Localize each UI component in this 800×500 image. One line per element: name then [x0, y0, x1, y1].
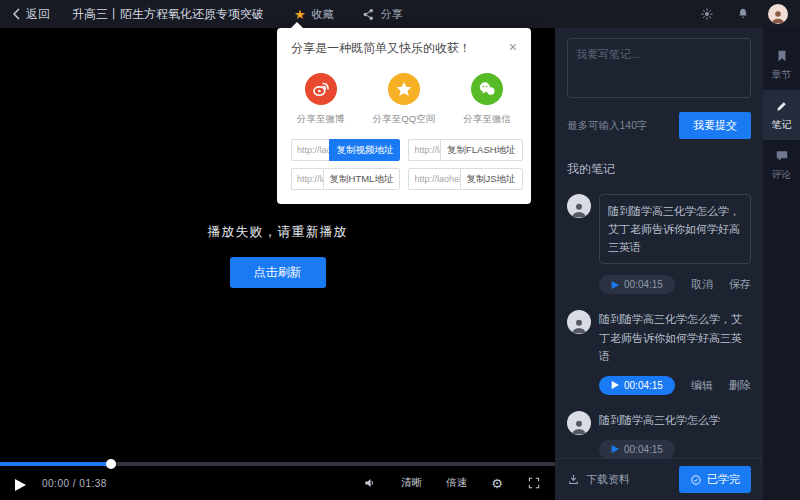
time-display: 00:00 / 01:38 [42, 478, 107, 489]
favorite-button[interactable]: ★ 收藏 [294, 7, 334, 22]
note-timestamp-button[interactable]: 00:04:15 [599, 440, 675, 459]
completed-label: 已学完 [707, 472, 740, 487]
limit-row: 最多可输入140字 我要提交 [567, 112, 751, 139]
flash-link-cell: http://laohei.yu 复制FLASH地址 [408, 139, 522, 161]
play-icon [611, 281, 619, 289]
tab-notes-label: 笔记 [772, 118, 792, 132]
share-label: 分享 [381, 7, 403, 22]
sun-icon [700, 7, 714, 21]
back-label: 返回 [26, 6, 50, 23]
flash-url-field[interactable]: http://laohei.yu [408, 139, 440, 161]
my-notes-title: 我的笔记 [567, 161, 751, 178]
cancel-button[interactable]: 取消 [691, 277, 713, 292]
tab-notes[interactable]: 笔记 [763, 90, 800, 140]
panel-bottom-bar: 下载资料 已学完 [555, 458, 763, 500]
playback-error-box: 播放失败，请重新播放 点击刷新 [0, 223, 555, 288]
gear-icon: ⚙ [491, 477, 503, 490]
side-toolbar: 章节 笔记 评论 [763, 28, 800, 500]
share-to-wechat-button[interactable]: 分享至微信 [464, 73, 512, 126]
js-link-cell: http://laohei.yu 复制JS地址 [408, 168, 522, 190]
completed-button[interactable]: 已学完 [679, 466, 751, 493]
download-label: 下载资料 [586, 472, 630, 487]
bell-icon [736, 7, 750, 21]
note-input[interactable] [567, 38, 751, 98]
tab-chapters-label: 章节 [772, 68, 792, 82]
notes-panel: 最多可输入140字 我要提交 我的笔记 随到随学高三化学怎么学，艾丁老师告诉你如… [555, 28, 763, 500]
volume-button[interactable] [363, 476, 377, 490]
edit-button[interactable]: 编辑 [691, 378, 713, 393]
note-item: 随到随学高三化学怎么学 00:04:15 [567, 411, 751, 459]
star-icon: ★ [294, 8, 306, 21]
note-body: 随到随学高三化学怎么学，艾丁老师告诉你如何学好高三英语 00:04:15 取消 … [599, 194, 751, 294]
share-nodes-icon [362, 8, 375, 21]
copy-flash-url-button[interactable]: 复制FLASH地址 [440, 139, 523, 161]
pencil-icon [775, 99, 789, 113]
share-wechat-label: 分享至微信 [464, 113, 512, 126]
html-url-field[interactable]: http://laohei.yu [291, 168, 323, 190]
check-circle-icon [690, 474, 702, 486]
user-avatar[interactable] [768, 4, 788, 24]
share-to-weibo-button[interactable]: 分享至微博 [297, 73, 345, 126]
playback-error-text: 播放失败，请重新播放 [0, 223, 555, 241]
quality-button[interactable]: 清晰 [401, 476, 422, 490]
note-body: 随到随学高三化学怎么学 00:04:15 [599, 411, 751, 459]
fullscreen-button[interactable] [527, 476, 541, 490]
brightness-button[interactable] [700, 7, 714, 21]
share-button[interactable]: 分享 [362, 7, 403, 22]
tab-comments[interactable]: 评论 [763, 140, 800, 190]
note-actions: 编辑 删除 [691, 378, 751, 393]
copy-video-url-button[interactable]: 复制视频地址 [329, 139, 400, 161]
note-edit-box[interactable]: 随到随学高三化学怎么学，艾丁老师告诉你如何学好高三英语 [599, 194, 751, 264]
person-icon [570, 417, 588, 435]
note-footer: 00:04:15 编辑 删除 [599, 376, 751, 395]
notifications-button[interactable] [736, 7, 750, 21]
video-link-cell: http://laohei.yu 复制视频地址 [291, 139, 400, 161]
video-url-field[interactable]: http://laohei.yu [291, 139, 329, 161]
js-url-field[interactable]: http://laohei.yu [408, 168, 459, 190]
note-text: 随到随学高三化学怎么学 [599, 411, 751, 429]
back-button[interactable]: 返回 [12, 6, 50, 23]
note-timestamp-button[interactable]: 00:04:15 [599, 376, 675, 395]
comment-icon [775, 149, 789, 163]
avatar [567, 411, 591, 435]
share-link-grid: http://laohei.yu 复制视频地址 http://laohei.yu… [291, 139, 517, 190]
weibo-icon [305, 73, 337, 105]
refresh-button[interactable]: 点击刷新 [230, 257, 326, 288]
char-limit-text: 最多可输入140字 [567, 119, 648, 133]
play-icon [611, 381, 619, 389]
speaker-icon [363, 476, 377, 490]
delete-button[interactable]: 删除 [729, 378, 751, 393]
bookmark-icon [775, 49, 789, 63]
download-materials-button[interactable]: 下载资料 [567, 472, 630, 487]
topbar: 返回 升高三丨陌生方程氧化还原专项突破 ★ 收藏 分享 [0, 0, 800, 28]
tab-chapters[interactable]: 章节 [763, 40, 800, 90]
note-item: 随到随学高三化学怎么学，艾丁老师告诉你如何学好高三英语 00:04:15 编辑 … [567, 310, 751, 394]
close-icon[interactable]: × [509, 40, 517, 54]
download-icon [567, 473, 580, 486]
note-timestamp-button[interactable]: 00:04:15 [599, 275, 675, 294]
note-timestamp: 00:04:15 [624, 279, 663, 290]
save-button[interactable]: 保存 [729, 277, 751, 292]
note-body: 随到随学高三化学怎么学，艾丁老师告诉你如何学好高三英语 00:04:15 编辑 … [599, 310, 751, 394]
progress-handle[interactable] [106, 459, 116, 469]
play-icon [14, 479, 26, 491]
html-link-cell: http://laohei.yu 复制HTML地址 [291, 168, 400, 190]
share-to-qzone-button[interactable]: 分享至QQ空间 [373, 73, 435, 126]
submit-note-button[interactable]: 我要提交 [679, 112, 751, 139]
copy-js-url-button[interactable]: 复制JS地址 [460, 168, 523, 190]
wechat-icon [471, 73, 503, 105]
player-bottom-bar: 00:00 / 01:38 清晰 倍速 ⚙ [0, 462, 555, 500]
player-controls: 00:00 / 01:38 清晰 倍速 ⚙ [0, 466, 555, 500]
favorite-label: 收藏 [312, 7, 334, 22]
note-footer: 00:04:15 [599, 440, 751, 459]
qzone-icon [388, 73, 420, 105]
share-dialog-title: 分享是一种既简单又快乐的收获！ [291, 40, 471, 57]
person-icon [570, 200, 588, 218]
play-button[interactable] [14, 477, 26, 489]
share-targets: 分享至微博 分享至QQ空间 分享至微信 [297, 73, 511, 126]
share-weibo-label: 分享至微博 [297, 113, 345, 126]
speed-button[interactable]: 倍速 [446, 476, 467, 490]
settings-button[interactable]: ⚙ [491, 477, 503, 490]
copy-html-url-button[interactable]: 复制HTML地址 [323, 168, 401, 190]
progress-bar[interactable] [0, 462, 555, 466]
